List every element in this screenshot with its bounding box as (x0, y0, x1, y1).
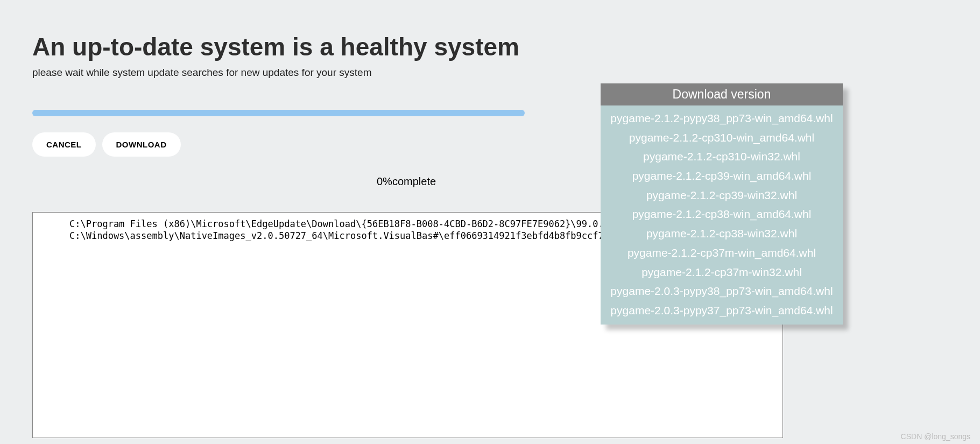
download-version-item[interactable]: pygame-2.1.2-cp39-win_amd64.whl (601, 166, 843, 186)
download-version-item[interactable]: pygame-2.1.2-cp37m-win32.whl (601, 263, 843, 282)
download-version-item[interactable]: pygame-2.1.2-cp38-win32.whl (601, 224, 843, 243)
download-version-item[interactable]: pygame-2.0.3-pypy38_pp73-win_amd64.whl (601, 281, 843, 301)
download-version-item[interactable]: pygame-2.0.3-pypy37_pp73-win_amd64.whl (601, 301, 843, 320)
download-version-item[interactable]: pygame-2.1.2-pypy38_pp73-win_amd64.whl (601, 109, 843, 128)
page-title: An up-to-date system is a healthy system (32, 32, 948, 61)
download-version-item[interactable]: pygame-2.1.2-cp310-win_amd64.whl (601, 128, 843, 147)
page-subtitle: please wait while system update searches… (32, 67, 948, 79)
watermark: CSDN @long_songs (901, 432, 970, 441)
download-version-item[interactable]: pygame-2.1.2-cp38-win_amd64.whl (601, 205, 843, 224)
download-button[interactable]: DOWNLOAD (102, 132, 181, 157)
cancel-button[interactable]: CANCEL (32, 132, 96, 157)
download-version-item[interactable]: pygame-2.1.2-cp310-win32.whl (601, 147, 843, 166)
download-version-item[interactable]: pygame-2.1.2-cp37m-win_amd64.whl (601, 243, 843, 263)
download-version-panel: Download version pygame-2.1.2-pypy38_pp7… (601, 83, 843, 325)
download-panel-header: Download version (601, 83, 843, 105)
download-version-list: pygame-2.1.2-pypy38_pp73-win_amd64.whl p… (601, 105, 843, 325)
progress-bar (32, 110, 525, 116)
download-version-item[interactable]: pygame-2.1.2-cp39-win32.whl (601, 186, 843, 205)
